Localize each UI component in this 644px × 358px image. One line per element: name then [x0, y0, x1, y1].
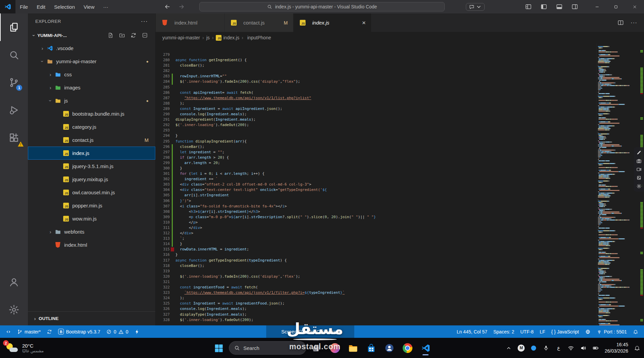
vscode-taskbar-icon[interactable] — [418, 340, 433, 356]
code-line[interactable]: 315 rowData.innerHTML = ingredient; — [156, 247, 594, 252]
status-remote[interactable] — [3, 325, 14, 338]
code-line[interactable]: 326 console.log(Ingredient.meals); — [156, 306, 594, 312]
activity-explorer[interactable] — [0, 13, 28, 41]
tree-item-owl.carousel.min.js[interactable]: JSowl.carousel.min.js — [28, 186, 155, 199]
code-line[interactable]: 279 — [156, 52, 594, 57]
code-line[interactable]: 287 "https://www.themealdb.com/api/json/… — [156, 95, 594, 101]
code-line[interactable]: 280async function getIngredient() { — [156, 57, 594, 63]
code-line[interactable]: 317async function getTypeIngredient(type… — [156, 258, 594, 263]
status-git-sync[interactable] — [44, 325, 55, 338]
file-explorer-taskbar-icon[interactable] — [345, 340, 361, 356]
code-line[interactable]: 302 ingredient += ` — [156, 176, 594, 182]
tab-index.js[interactable]: JSindex.js× — [293, 13, 371, 32]
tree-item-jquery.mixitup.js[interactable]: JSjquery.mixitup.js — [28, 173, 155, 186]
code-line[interactable]: 293 — [156, 128, 594, 133]
minimap[interactable] — [596, 43, 639, 325]
activity-source-control[interactable]: 1 — [0, 69, 28, 96]
code-line[interactable]: 309 <p class="m-0 p-0">${arr[i].strDescr… — [156, 214, 594, 220]
gallery-icon[interactable] — [636, 175, 642, 181]
wifi-icon[interactable] — [567, 345, 575, 351]
code-line[interactable]: 319 — [156, 269, 594, 274]
code-line[interactable]: 283 rowInput.innerHTML="" — [156, 74, 594, 79]
code-line[interactable]: 304 <div class="text-center text-light" … — [156, 187, 594, 193]
code-line[interactable]: 298 if (arr.length > 20) { — [156, 155, 594, 160]
breadcrumb-item-yummi-api-master[interactable]: yummi-api-master — [162, 35, 200, 40]
menu-edit[interactable]: Edit — [32, 0, 50, 13]
tree-item-webfonts[interactable]: ›webfonts — [28, 225, 155, 238]
copilot-menu[interactable] — [466, 3, 485, 11]
pen-icon[interactable] — [636, 150, 642, 155]
tree-item-images[interactable]: ›images — [28, 81, 155, 94]
activity-settings[interactable] — [0, 296, 28, 323]
code-line[interactable]: 328 $('.inner-loading').fadeOut(200); — [156, 317, 594, 323]
status-encoding[interactable]: UTF-8 — [517, 325, 537, 338]
video-icon[interactable] — [636, 167, 642, 172]
tree-item-index.html[interactable]: index.html — [28, 238, 155, 251]
more-actions-icon[interactable]: ··· — [631, 19, 637, 26]
status-problems[interactable]: 00 — [103, 325, 131, 338]
copilot-taskbar-icon[interactable] — [327, 340, 343, 356]
code-line[interactable]: 297 let ingredient = ""; — [156, 150, 594, 155]
outline-section[interactable]: › OUTLINE — [28, 311, 155, 325]
split-editor-icon[interactable] — [617, 19, 624, 26]
status-go-live[interactable] — [582, 325, 594, 338]
menu-view[interactable]: View — [79, 0, 99, 13]
minimize-button[interactable] — [588, 0, 606, 13]
status-power[interactable] — [131, 325, 143, 338]
new-folder-icon[interactable] — [119, 32, 125, 38]
breadcrumb-item-inputPhone[interactable]: inputPhone — [246, 35, 271, 40]
clock[interactable]: 16:45 26/03/2026 — [605, 342, 628, 354]
command-center-search[interactable]: index.js - yummi-api-master - Visual Stu… — [199, 2, 445, 11]
code-line[interactable]: 312 </div> — [156, 231, 594, 236]
notification-bell-icon[interactable] — [633, 345, 641, 351]
code-line[interactable]: 282 — [156, 68, 594, 74]
code-line[interactable]: 320 $('.inner-loading').fadeIn(200).css(… — [156, 274, 594, 279]
code-line[interactable]: 294} — [156, 133, 594, 138]
screen-reader-status[interactable]: Screen Reader Optimized — [266, 325, 354, 338]
close-button[interactable] — [625, 0, 644, 13]
code-line[interactable]: 314 } — [156, 241, 594, 247]
tree-item-jquery-3.5.1.min.js[interactable]: JSjquery-3.5.1.min.js — [28, 160, 155, 173]
teams-taskbar-icon[interactable] — [381, 340, 397, 356]
code-viewport[interactable]: 279280async function getIngredient() {28… — [156, 43, 594, 325]
status-bootstrap-version[interactable]: BBootstrap v5.3.7 — [55, 325, 103, 338]
toggle-sidebar-icon[interactable] — [540, 3, 547, 10]
code-line[interactable]: 327 displayType(Ingredient.meals); — [156, 312, 594, 317]
code-line[interactable]: 285 — [156, 85, 594, 90]
code-line[interactable]: 281 closeBar(); — [156, 63, 594, 68]
status-live-server-port[interactable]: Port : 5501 — [594, 325, 630, 338]
start-button[interactable] — [211, 340, 226, 356]
code-line[interactable]: 306 }')"> — [156, 198, 594, 204]
tray-overflow-icon[interactable] — [505, 345, 513, 351]
new-file-icon[interactable] — [108, 32, 114, 38]
tray-m-app-icon[interactable]: M — [518, 345, 525, 352]
tray-blue-app-icon[interactable] — [530, 346, 537, 351]
language-indicator[interactable]: ع — [555, 345, 562, 351]
tree-item-index.js[interactable]: JSindex.js — [28, 147, 155, 160]
maximize-button[interactable] — [606, 0, 625, 13]
code-line[interactable]: 308 <h3>${arr[i].strIngredient}</h3> — [156, 209, 594, 214]
code-line[interactable]: 316} — [156, 252, 594, 257]
toggle-panel-icon[interactable] — [556, 3, 563, 10]
code-line[interactable]: 300 } — [156, 166, 594, 171]
code-line[interactable]: 296 closeBar(); — [156, 144, 594, 150]
tree-item-js[interactable]: ›js● — [28, 94, 155, 107]
menu-file[interactable]: File — [15, 0, 32, 13]
code-line[interactable]: 290 console.log(Ingredient.meals); — [156, 112, 594, 117]
tree-item-contact.js[interactable]: JScontact.jsM — [28, 133, 155, 147]
menu-selection[interactable]: Selection — [50, 0, 79, 13]
status-notifications[interactable] — [630, 325, 641, 338]
code-line[interactable]: 307 <i class="fa-solid fa-drumstick-bite… — [156, 204, 594, 209]
code-line[interactable]: 292$('.inner-loading').fadeOut(200); — [156, 122, 594, 128]
workspace-section-header[interactable]: › YUMMI-API-... — [28, 29, 155, 42]
camera-icon[interactable] — [636, 158, 642, 164]
code-line[interactable]: 291displayIngredient(Ingredient.meals); — [156, 117, 594, 122]
tree-item-category.js[interactable]: JScategory.js — [28, 120, 155, 133]
tree-item-.vscode[interactable]: ›.vscode — [28, 42, 155, 55]
code-line[interactable]: 305 arr[i].strIngredient — [156, 193, 594, 198]
menu-overflow[interactable]: ··· — [99, 0, 113, 13]
code-line[interactable]: 313 `; — [156, 236, 594, 241]
status-language-mode[interactable]: { } JavaScript — [548, 325, 582, 338]
tree-item-css[interactable]: ›css — [28, 68, 155, 81]
tree-item-yummi-api-master[interactable]: ›yummi-api-master● — [28, 55, 155, 68]
